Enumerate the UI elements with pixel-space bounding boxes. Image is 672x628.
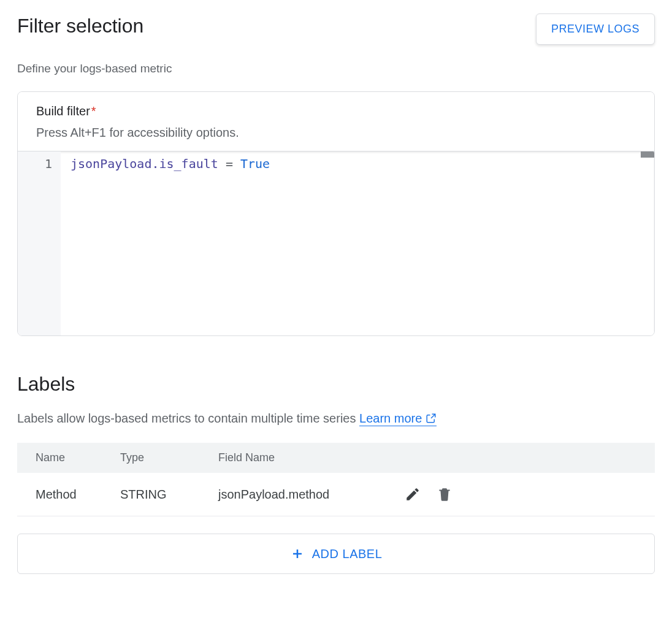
cell-name: Method bbox=[17, 473, 109, 516]
learn-more-link[interactable]: Learn more bbox=[359, 412, 437, 426]
col-actions bbox=[391, 443, 655, 473]
editor-scrollbar[interactable] bbox=[641, 151, 654, 158]
code-value: True bbox=[240, 156, 270, 171]
add-label-button[interactable]: ADD LABEL bbox=[17, 534, 655, 574]
cell-type: STRING bbox=[109, 473, 207, 516]
col-name: Name bbox=[17, 443, 109, 473]
labels-title: Labels bbox=[17, 373, 655, 396]
line-number: 1 bbox=[18, 156, 52, 171]
plus-icon bbox=[290, 546, 305, 561]
pencil-icon bbox=[405, 486, 421, 502]
accessibility-hint: Press Alt+F1 for accessibility options. bbox=[36, 126, 636, 140]
col-field-name: Field Name bbox=[207, 443, 391, 473]
cell-field-name: jsonPayload.method bbox=[207, 473, 391, 516]
trash-icon bbox=[437, 486, 452, 502]
add-label-text: ADD LABEL bbox=[312, 547, 383, 561]
labels-subtitle-text: Labels allow logs-based metrics to conta… bbox=[17, 412, 359, 425]
preview-logs-button[interactable]: PREVIEW LOGS bbox=[536, 13, 655, 45]
code-operator: = bbox=[226, 156, 233, 171]
build-filter-card: Build filter* Press Alt+F1 for accessibi… bbox=[17, 91, 655, 336]
required-star: * bbox=[91, 104, 96, 118]
code-key: jsonPayload.is_fault bbox=[71, 156, 218, 171]
build-filter-label: Build filter* bbox=[36, 104, 636, 118]
editor-code-area[interactable]: jsonPayload.is_fault = True bbox=[61, 151, 654, 335]
open-external-icon bbox=[426, 413, 437, 424]
filter-code-editor[interactable]: 1 jsonPayload.is_fault = True bbox=[18, 151, 654, 335]
delete-label-button[interactable] bbox=[434, 484, 455, 505]
labels-subtitle: Labels allow logs-based metrics to conta… bbox=[17, 412, 655, 426]
filter-selection-title: Filter selection bbox=[17, 15, 143, 37]
editor-gutter: 1 bbox=[18, 151, 61, 335]
learn-more-text: Learn more bbox=[359, 412, 422, 425]
table-row: Method STRING jsonPayload.method bbox=[17, 473, 655, 516]
build-filter-label-text: Build filter bbox=[36, 104, 90, 118]
labels-table: Name Type Field Name Method STRING jsonP… bbox=[17, 443, 655, 516]
edit-label-button[interactable] bbox=[402, 484, 423, 505]
labels-table-header-row: Name Type Field Name bbox=[17, 443, 655, 473]
filter-selection-subtitle: Define your logs-based metric bbox=[17, 62, 655, 75]
col-type: Type bbox=[109, 443, 207, 473]
